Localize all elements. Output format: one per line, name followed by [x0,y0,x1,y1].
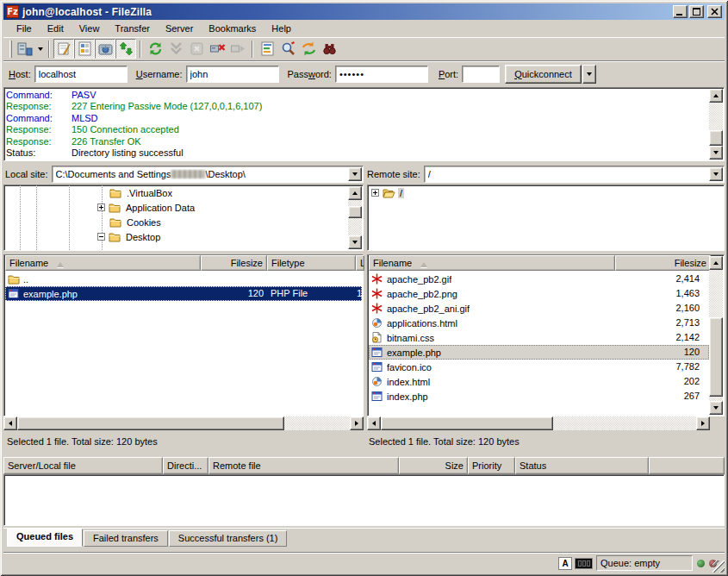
refresh-button[interactable] [145,39,165,59]
file-row-selected[interactable]: example.php 120 [369,345,709,360]
scroll-right-button[interactable] [350,416,364,430]
file-row[interactable]: applications.html 2,713 [369,316,709,330]
menu-bookmarks[interactable]: Bookmarks [201,22,264,35]
transfer-queue-list[interactable] [3,474,725,526]
password-input[interactable] [335,66,428,83]
menu-view[interactable]: View [72,22,108,35]
username-input[interactable] [186,66,279,83]
toggle-local-tree-button[interactable] [74,39,95,59]
file-row[interactable]: apache_pb2.gif 2,414 [369,272,709,286]
queue-column-priority[interactable]: Priority [468,457,515,474]
queue-column-remote-file[interactable]: Remote file [208,457,399,474]
toggle-queue-button[interactable] [115,39,136,59]
toggle-message-log-button[interactable] [53,39,74,59]
log-scroll-down-button[interactable] [709,146,723,160]
speed-limits-icon[interactable] [576,559,592,568]
file-row[interactable]: apache_pb2_ani.gif 2,160 [369,301,709,316]
local-site-combobox[interactable]: C:\Documents and Settings\Desktop\ [52,166,364,183]
queue-column-size[interactable]: Size [399,457,468,474]
collapse-icon[interactable] [97,233,105,241]
queue-column-status[interactable]: Status [515,457,649,474]
remote-site-combobox[interactable]: / [424,166,725,183]
process-queue-button[interactable] [165,39,186,59]
site-manager-button[interactable] [15,39,35,59]
minimize-button[interactable] [673,5,688,18]
menu-server[interactable]: Server [158,22,201,35]
file-row[interactable]: index.php 267 [369,389,709,404]
toggle-remote-tree-button[interactable] [95,39,115,59]
remote-directory-tree: / [367,185,725,251]
scrollbar-thumb[interactable] [17,416,284,430]
scroll-left-button[interactable] [3,416,17,430]
compare-button[interactable] [277,39,298,59]
local-column-filename[interactable]: Filename [5,255,201,271]
tab-queued-files[interactable]: Queued files [7,529,83,547]
resize-grip[interactable] [712,560,725,573]
message-log-icon [56,41,72,57]
file-row[interactable]: bitnami.css 2,142 [369,330,709,345]
tree-item-application-data[interactable]: Application Data [4,200,363,215]
synchronized-browsing-button[interactable] [298,39,319,59]
file-row[interactable]: index.html 202 [369,374,709,389]
filter-button[interactable] [257,39,277,59]
site-manager-dropdown[interactable] [35,39,45,59]
remote-column-filename[interactable]: Filename [369,255,615,271]
menu-help[interactable]: Help [264,22,299,35]
file-row-parent-dir[interactable]: .. [5,272,362,286]
data-type-icon[interactable]: A [558,557,572,570]
scrollbar-thumb[interactable] [381,416,553,430]
host-input[interactable] [34,66,128,83]
close-button[interactable] [707,5,722,18]
menu-file[interactable]: File [9,22,40,35]
expand-icon[interactable] [371,189,379,197]
log-scrollbar-thumb[interactable] [709,130,723,146]
log-scrollbar-track[interactable] [709,103,723,130]
tree-item-root[interactable]: / [368,185,724,200]
title-bar[interactable]: Fz john@localhost - FileZilla [3,3,725,20]
quickconnect-dropdown[interactable] [582,65,596,84]
quickconnect-button[interactable]: Quickconnect [505,65,582,84]
local-tree-scrollbar-thumb[interactable] [348,206,362,218]
queue-status: Queue: empty [596,555,693,571]
local-site-dropdown[interactable] [348,167,362,181]
file-row[interactable]: favicon.ico 7,782 [369,360,709,374]
file-row-example-php[interactable]: example.php 120 PHP File 1 [5,286,362,301]
tree-item-cookies[interactable]: Cookies [4,215,363,229]
local-column-filesize[interactable]: Filesize [201,255,267,271]
local-column-lastmodified[interactable]: L [356,255,364,271]
scroll-down-icon [713,406,719,412]
queue-column-local-file[interactable]: Server/Local file [3,457,163,474]
tab-failed-transfers[interactable]: Failed transfers [84,530,168,547]
maximize-button[interactable] [689,5,704,18]
tab-successful-transfers[interactable]: Successful transfers (1) [169,530,288,547]
menu-edit[interactable]: Edit [40,22,72,35]
queue-column-direction[interactable]: Directi... [163,457,208,474]
scroll-left-button[interactable] [367,416,381,430]
remote-list-scroll-down-button[interactable] [709,401,723,415]
tree-item-desktop[interactable]: Desktop [4,229,363,244]
cancel-button[interactable] [186,39,207,59]
scroll-up-icon [713,259,719,265]
expand-icon[interactable] [97,203,105,211]
maximize-icon [693,8,700,16]
scroll-right-button[interactable] [696,416,710,430]
remote-site-dropdown[interactable] [709,167,723,181]
local-column-filetype[interactable]: Filetype [267,255,356,271]
reconnect-button[interactable] [227,39,248,59]
local-file-list: Filename Filesize Filetype L .. example.… [3,254,364,416]
local-tree-scroll-down-button[interactable] [348,235,362,249]
port-input[interactable] [462,66,500,83]
tree-item-virtualbox[interactable]: .VirtualBox [4,185,363,200]
local-tree-scroll-up-button[interactable] [348,186,362,200]
remote-horizontal-scrollbar[interactable] [367,416,710,430]
remote-column-filesize[interactable]: Filesize [615,255,711,271]
disconnect-button[interactable] [207,39,227,59]
remote-list-scrollbar-thumb[interactable] [709,317,723,397]
remote-list-scroll-up-button[interactable] [709,256,723,270]
menu-transfer[interactable]: Transfer [107,22,158,35]
log-scroll-up-button[interactable] [709,89,723,103]
file-row[interactable]: apache_pb2.png 1,463 [369,286,709,301]
local-horizontal-scrollbar[interactable] [3,416,364,430]
log-line: Response:150 Connection accepted [6,124,708,135]
find-button[interactable] [319,39,339,59]
